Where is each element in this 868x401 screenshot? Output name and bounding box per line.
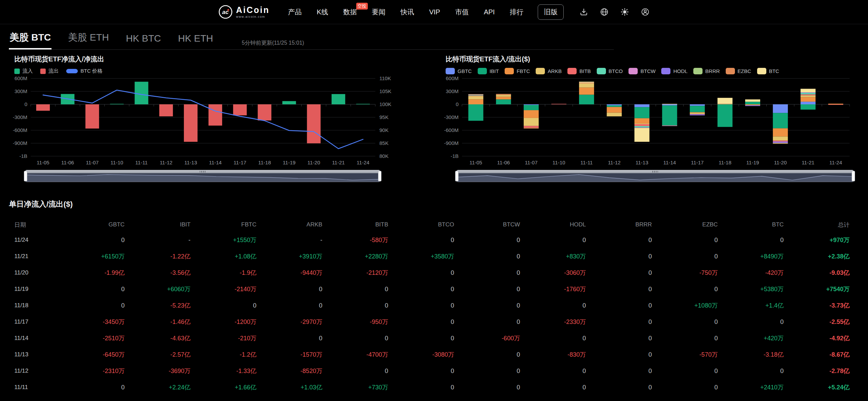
stacked-bar-segment[interactable] [579,88,594,95]
stacked-bar-segment[interactable] [800,102,815,104]
stacked-bar-segment[interactable] [690,114,705,114]
globe-icon[interactable] [600,8,609,16]
legend-item[interactable]: IBIT [478,68,499,74]
stacked-bar-segment[interactable] [745,100,760,102]
data-zoom-handle-right[interactable] [852,171,855,181]
stacked-bar-segment[interactable] [690,106,705,112]
flow-bar[interactable] [233,104,247,115]
data-zoom-track[interactable] [457,170,853,173]
legend-item[interactable]: BTC 价格 [66,68,102,74]
table-row[interactable]: 11/13-6450万-2.57亿-1.2亿-1570万-4700万-3080万… [14,346,850,363]
stacked-bar-segment[interactable] [800,104,815,109]
data-zoom-handle-right[interactable] [378,171,381,181]
flow-bar[interactable] [159,104,173,116]
stacked-bar-segment[interactable] [745,105,760,106]
flow-bar[interactable] [307,104,321,143]
stacked-bar-segment[interactable] [800,97,815,102]
tab-3[interactable]: HK ETH [177,26,214,49]
stacked-bar-segment[interactable] [828,104,843,105]
stacked-bar-segment[interactable] [579,83,594,88]
table-row[interactable]: 11/100000+120万000000+120万 [14,396,850,401]
stacked-bar-segment[interactable] [690,114,705,115]
stacked-bar-segment[interactable] [745,104,760,105]
flow-bar[interactable] [85,104,99,129]
stacked-bar-segment[interactable] [773,142,788,143]
flow-bar[interactable] [332,94,345,104]
tab-0[interactable]: 美股 BTC [9,24,52,49]
stacked-bar-segment[interactable] [718,98,733,104]
stacked-bar-segment[interactable] [634,104,649,107]
stacked-bar-segment[interactable] [634,123,649,124]
nav-item-8[interactable]: 排行 [510,8,523,17]
legend-item[interactable]: HODL [661,68,688,74]
stacked-bar-segment[interactable] [634,118,649,123]
flow-bar[interactable] [135,82,148,104]
stacked-bar-segment[interactable] [800,94,815,95]
stacked-bar-segment[interactable] [662,125,677,126]
stacked-bar-segment[interactable] [524,104,539,105]
data-zoom-track[interactable] [26,170,380,173]
stacked-bar-segment[interactable] [662,104,677,104]
stacked-bar-segment[interactable] [800,93,815,94]
data-zoom-grip[interactable] [652,171,658,173]
stacked-bar-segment[interactable] [690,104,705,106]
table-row[interactable]: 11/20-1.99亿-3.56亿-1.9亿-9440万-2120万00-306… [14,265,850,281]
stacked-bar-segment[interactable] [773,136,788,140]
stacked-bar-segment[interactable] [468,99,483,104]
data-zoom-slider[interactable] [25,170,380,182]
legend-item[interactable]: ARKB [536,68,562,74]
stacked-bar-segment[interactable] [579,82,594,83]
flow-bar[interactable] [208,104,222,125]
stacked-bar-segment[interactable] [634,107,649,118]
tab-1[interactable]: 美股 ETH [67,24,110,49]
stacked-bar-segment[interactable] [579,95,594,104]
stacked-bar-segment[interactable] [524,128,539,129]
nav-item-0[interactable]: 产品 [288,8,302,17]
flow-bar[interactable] [258,104,271,120]
old-version-button[interactable]: 旧版 [538,4,564,20]
stacked-bar-segment[interactable] [468,96,483,99]
logo[interactable]: ac AiCoin www.aicoin.com [218,5,270,19]
stacked-bar-segment[interactable] [662,104,677,105]
stacked-bar-segment[interactable] [607,105,622,107]
data-zoom-slider[interactable] [457,170,854,182]
stacked-bar-segment[interactable] [468,94,483,94]
legend-item[interactable]: BTCW [628,68,655,74]
stacked-bar-segment[interactable] [607,104,622,105]
stacked-bar-segment[interactable] [718,104,733,104]
theme-icon[interactable] [620,8,629,16]
nav-item-6[interactable]: 市值 [455,8,469,17]
stacked-bar-segment[interactable] [800,92,815,93]
table-row[interactable]: 11/17-3450万-1.46亿-1200万-2970万-950万00-233… [14,314,850,330]
stacked-bar-segment[interactable] [496,95,511,96]
stacked-bar-segment[interactable] [800,89,815,92]
table-row[interactable]: 11/240-+1550万--580万000000+970万 [14,232,850,248]
stacked-bar-segment[interactable] [773,140,788,142]
tab-2[interactable]: HK BTC [125,26,162,49]
legend-item[interactable]: BITB [567,68,591,74]
stacked-bar-segment[interactable] [745,102,760,104]
stacked-bar-segment[interactable] [634,128,649,142]
stacked-bar-segment[interactable] [662,105,677,125]
stacked-bar-segment[interactable] [524,110,539,118]
stacked-bar-segment[interactable] [468,104,483,121]
stacked-bar-segment[interactable] [607,107,622,113]
data-zoom-handle-left[interactable] [455,171,459,181]
stacked-bar-segment[interactable] [718,104,733,127]
nav-item-3[interactable]: 要闻 [372,8,386,17]
table-row[interactable]: 11/110+2.24亿+1.66亿+1.03亿+730万00000+2410万… [14,379,850,396]
stacked-bar-segment[interactable] [524,105,539,110]
flow-bar[interactable] [356,104,370,104]
nav-item-5[interactable]: VIP [429,8,440,16]
legend-item[interactable]: EZBC [726,68,751,74]
table-row[interactable]: 11/190+6060万-2140万0000-1760万00+5380万+754… [14,281,850,297]
stacked-bar-segment[interactable] [607,113,622,116]
profile-icon[interactable] [641,8,650,16]
legend-item[interactable]: BTC [757,68,779,74]
stacked-bar-segment[interactable] [773,143,788,144]
table-row[interactable]: 11/21+6150万-1.22亿+1.08亿+3910万+2280万+3580… [14,248,850,265]
flow-bar[interactable] [110,104,124,104]
table-row[interactable]: 11/12-2310万-3690万-1.33亿-8520万0000000-2.7… [14,363,850,379]
stacked-bar-segment[interactable] [773,104,788,113]
stacked-bar-segment[interactable] [551,104,566,104]
